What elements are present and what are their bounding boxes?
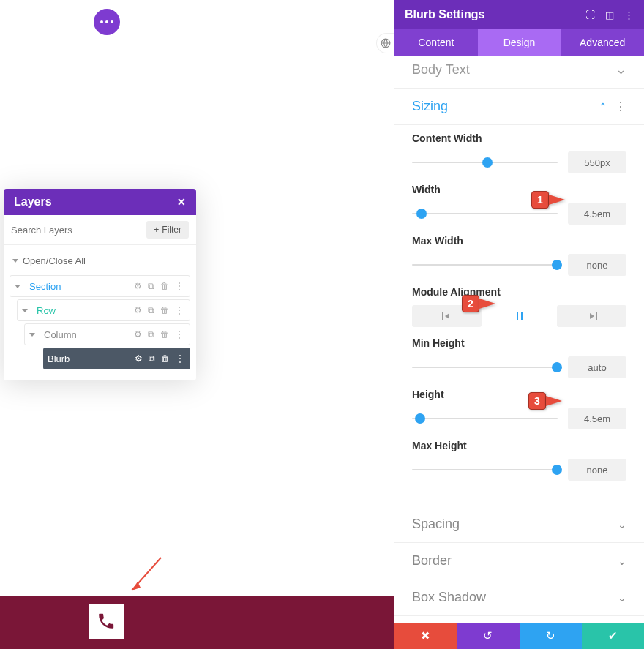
max-width-input[interactable] [568, 254, 626, 276]
gear-icon[interactable]: ⚙ [135, 353, 143, 364]
annotation-arrow-icon [124, 554, 168, 598]
discard-button[interactable]: ✖ [394, 623, 457, 649]
annotation-callout-3: 3 [528, 392, 562, 410]
tab-design[interactable]: Design [478, 29, 561, 56]
tab-advanced[interactable]: Advanced [561, 29, 644, 56]
content-width-input[interactable] [568, 151, 626, 173]
chevron-down-icon: ⌄ [615, 61, 626, 78]
undo-button[interactable]: ↺ [457, 623, 519, 649]
align-right-button[interactable] [557, 305, 626, 327]
layer-row[interactable]: Row ⚙ ⧉ 🗑 ⋮ [17, 299, 190, 321]
layer-section[interactable]: Section ⚙ ⧉ 🗑 ⋮ [10, 275, 190, 297]
max-width-label: Max Width [412, 235, 626, 247]
more-vert-icon[interactable]: ⋮ [175, 281, 184, 291]
layer-label: Blurb [43, 353, 135, 364]
blurb-module-preview[interactable] [89, 604, 124, 639]
layer-blurb[interactable]: Blurb ⚙ ⧉ 🗑 ⋮ [43, 348, 190, 369]
settings-header: Blurb Settings ⛶ ◫ ⋮ [394, 0, 644, 29]
duplicate-icon[interactable]: ⧉ [148, 329, 154, 339]
section-title: Body Text [412, 62, 470, 78]
tab-content[interactable]: Content [394, 29, 478, 56]
more-vert-icon[interactable]: ⋮ [175, 329, 184, 339]
duplicate-icon[interactable]: ⧉ [148, 305, 154, 315]
section-title: Spacing [412, 517, 460, 532]
height-label: Height [412, 389, 626, 400]
layers-title: Layers [14, 195, 52, 209]
chevron-up-icon: ⌃ [599, 101, 607, 113]
trash-icon[interactable]: 🗑 [160, 281, 169, 291]
layer-label: Row [32, 305, 134, 316]
open-close-all-toggle[interactable]: Open/Close All [10, 250, 190, 275]
width-input[interactable] [568, 203, 626, 225]
redo-button[interactable]: ↻ [520, 623, 582, 649]
layers-search-row: +Filter [4, 215, 196, 245]
callout-badge: 1 [531, 191, 549, 209]
chevron-down-icon [22, 309, 28, 312]
duplicate-icon[interactable]: ⧉ [148, 281, 154, 291]
layers-panel: Layers ✕ +Filter Open/Close All Section … [4, 189, 196, 380]
section-spacing[interactable]: Spacing ⌄ [394, 506, 644, 543]
callout-badge: 3 [528, 392, 546, 410]
duplicate-icon[interactable]: ⧉ [149, 353, 155, 364]
chevron-down-icon: ⌄ [618, 555, 626, 567]
chevron-down-icon: ⌄ [618, 519, 626, 530]
settings-panel: Blurb Settings ⛶ ◫ ⋮ Content Design Adva… [394, 0, 644, 649]
settings-body[interactable]: Body Text ⌄ Sizing ⌃ ⋮ Content Width Wid… [394, 56, 644, 623]
more-vert-icon[interactable]: ⋮ [176, 353, 184, 364]
snap-icon[interactable]: ◫ [605, 10, 614, 20]
gear-icon[interactable]: ⚙ [134, 281, 142, 291]
height-input[interactable] [568, 408, 626, 429]
open-close-label: Open/Close All [23, 255, 86, 266]
gear-icon[interactable]: ⚙ [134, 329, 142, 339]
section-add-fab[interactable] [94, 9, 120, 35]
settings-tabs: Content Design Advanced [394, 29, 644, 56]
min-height-input[interactable] [568, 356, 626, 378]
settings-title: Blurb Settings [405, 8, 484, 21]
page-footer-band [0, 596, 394, 649]
width-label: Width [412, 184, 626, 195]
filter-button[interactable]: +Filter [146, 221, 189, 239]
trash-icon[interactable]: 🗑 [161, 353, 170, 364]
layer-column[interactable]: Column ⚙ ⧉ 🗑 ⋮ [24, 323, 190, 345]
section-sizing-header[interactable]: Sizing ⌃ ⋮ [394, 89, 644, 125]
section-title: Border [412, 553, 452, 569]
height-slider[interactable] [412, 413, 558, 424]
save-button[interactable]: ✔ [582, 623, 644, 649]
close-icon[interactable]: ✕ [177, 196, 186, 208]
expand-icon[interactable]: ⛶ [585, 10, 595, 20]
filter-label: Filter [162, 225, 181, 235]
globe-icon[interactable] [376, 33, 394, 53]
trash-icon[interactable]: 🗑 [160, 305, 169, 315]
svg-rect-5 [521, 312, 523, 320]
max-width-slider[interactable] [412, 260, 558, 270]
section-title: Sizing [412, 99, 448, 114]
annotation-callout-2: 2 [462, 295, 495, 312]
max-height-input[interactable] [568, 459, 626, 481]
more-vert-icon[interactable]: ⋮ [175, 305, 184, 315]
annotation-callout-1: 1 [531, 191, 565, 209]
gear-icon[interactable]: ⚙ [134, 305, 142, 315]
chevron-down-icon [12, 259, 18, 263]
chevron-down-icon: ⌄ [618, 592, 626, 604]
width-slider[interactable] [412, 209, 558, 219]
search-input[interactable] [11, 225, 146, 236]
content-width-slider[interactable] [412, 157, 558, 168]
callout-badge: 2 [462, 295, 479, 312]
min-height-slider[interactable] [412, 362, 558, 372]
editor-canvas: Layers ✕ +Filter Open/Close All Section … [0, 0, 394, 649]
section-sizing-content: Content Width Width Max Width [394, 125, 644, 506]
max-height-slider[interactable] [412, 465, 558, 475]
more-vert-icon[interactable]: ⋮ [624, 10, 634, 20]
section-body-text[interactable]: Body Text ⌄ [394, 56, 644, 89]
min-height-label: Min Height [412, 337, 626, 349]
content-width-label: Content Width [412, 132, 626, 144]
section-filters[interactable]: Filters ⌄ [394, 616, 644, 623]
section-title: Box Shadow [412, 590, 486, 605]
layer-label: Column [40, 329, 134, 340]
trash-icon[interactable]: 🗑 [160, 329, 169, 339]
phone-icon [97, 612, 116, 631]
section-box-shadow[interactable]: Box Shadow ⌄ [394, 579, 644, 616]
section-border[interactable]: Border ⌄ [394, 543, 644, 579]
chevron-down-icon [29, 333, 35, 337]
more-vert-icon[interactable]: ⋮ [615, 100, 626, 113]
